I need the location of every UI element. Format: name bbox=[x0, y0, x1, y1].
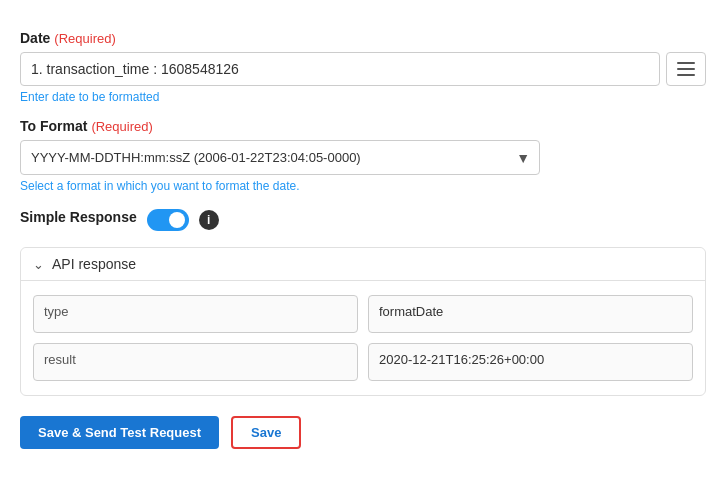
save-button[interactable]: Save bbox=[231, 416, 301, 449]
date-input-row bbox=[20, 52, 706, 86]
api-response-header[interactable]: ⌄ API response bbox=[21, 248, 705, 281]
info-icon[interactable]: i bbox=[199, 210, 219, 230]
save-and-send-button[interactable]: Save & Send Test Request bbox=[20, 416, 219, 449]
to-format-section: To Format(Required) YYYY-MM-DDTHH:mm:ssZ… bbox=[20, 118, 706, 193]
to-format-label-text: To Format bbox=[20, 118, 87, 134]
simple-response-toggle[interactable] bbox=[147, 209, 189, 231]
api-response-section: ⌄ API response type formatDate result 20… bbox=[20, 247, 706, 396]
api-response-body: type formatDate result 2020-12-21T16:25:… bbox=[21, 281, 705, 395]
svg-rect-2 bbox=[677, 74, 695, 76]
simple-response-row: Simple Response i bbox=[20, 209, 706, 231]
format-select[interactable]: YYYY-MM-DDTHH:mm:ssZ (2006-01-22T23:04:0… bbox=[20, 140, 540, 175]
api-response-label: API response bbox=[52, 256, 136, 272]
api-field-value-0: formatDate bbox=[368, 295, 693, 333]
date-hint: Enter date to be formatted bbox=[20, 90, 706, 104]
api-field-value-1: 2020-12-21T16:25:26+00:00 bbox=[368, 343, 693, 381]
to-format-required: (Required) bbox=[91, 119, 152, 134]
date-label-text: Date bbox=[20, 30, 50, 46]
chevron-down-icon: ⌄ bbox=[33, 257, 44, 272]
menu-icon-button[interactable] bbox=[666, 52, 706, 86]
toggle-slider bbox=[147, 209, 189, 231]
svg-rect-0 bbox=[677, 62, 695, 64]
date-label: Date(Required) bbox=[20, 30, 706, 46]
hamburger-icon bbox=[677, 60, 695, 78]
format-select-wrapper: YYYY-MM-DDTHH:mm:ssZ (2006-01-22T23:04:0… bbox=[20, 140, 540, 175]
simple-response-label: Simple Response bbox=[20, 209, 137, 225]
api-field-key-0: type bbox=[33, 295, 358, 333]
api-field-key-1: result bbox=[33, 343, 358, 381]
to-format-label: To Format(Required) bbox=[20, 118, 706, 134]
date-input[interactable] bbox=[20, 52, 660, 86]
to-format-hint: Select a format in which you want to for… bbox=[20, 179, 706, 193]
date-required: (Required) bbox=[54, 31, 115, 46]
button-row: Save & Send Test Request Save bbox=[20, 416, 706, 449]
svg-rect-1 bbox=[677, 68, 695, 70]
date-section: Date(Required) Enter date to be formatte… bbox=[20, 30, 706, 104]
